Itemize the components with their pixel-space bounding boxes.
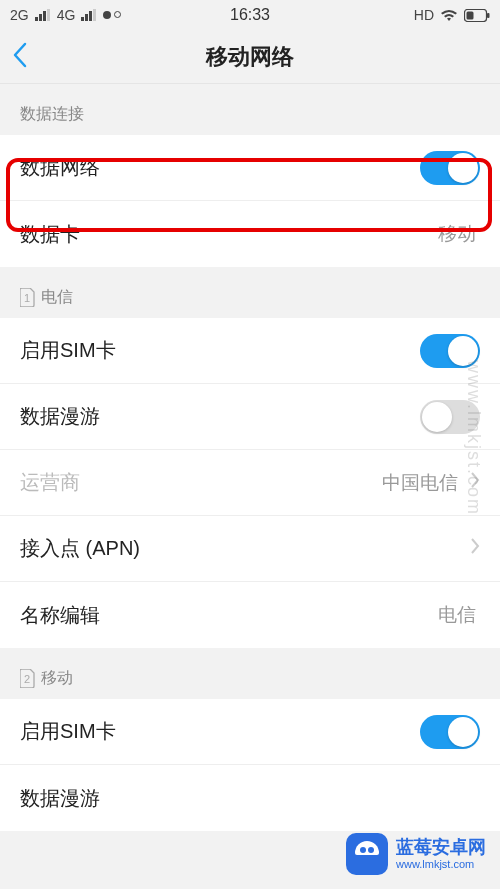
nav-header: 移动网络 bbox=[0, 30, 500, 84]
row-label: 数据卡 bbox=[20, 221, 438, 248]
row-label: 数据网络 bbox=[20, 154, 420, 181]
row-data-network[interactable]: 数据网络 bbox=[0, 135, 500, 201]
svg-rect-3 bbox=[47, 9, 50, 21]
svg-rect-1 bbox=[39, 14, 42, 21]
section-header-data-connection: 数据连接 bbox=[0, 84, 500, 135]
row-value: 电信 bbox=[438, 602, 476, 628]
sim-card-icon: 2 bbox=[20, 669, 35, 688]
row-enable-sim-2[interactable]: 启用SIM卡 bbox=[0, 699, 500, 765]
row-label: 数据漫游 bbox=[20, 785, 480, 812]
svg-text:2: 2 bbox=[24, 673, 30, 685]
row-label: 启用SIM卡 bbox=[20, 337, 420, 364]
signal-bars-icon bbox=[35, 9, 51, 21]
row-data-card[interactable]: 数据卡 移动 bbox=[0, 201, 500, 267]
toggle-enable-sim-1[interactable] bbox=[420, 334, 480, 368]
svg-rect-10 bbox=[467, 11, 474, 19]
row-label: 接入点 (APN) bbox=[20, 535, 462, 562]
row-carrier[interactable]: 运营商 中国电信 bbox=[0, 450, 500, 516]
toggle-data-roaming-1[interactable] bbox=[420, 400, 480, 434]
signal-bars-icon bbox=[81, 9, 97, 21]
section-header-mobile: 2 移动 bbox=[0, 648, 500, 699]
row-enable-sim-1[interactable]: 启用SIM卡 bbox=[0, 318, 500, 384]
status-right: HD bbox=[414, 7, 490, 23]
toggle-data-network[interactable] bbox=[420, 151, 480, 185]
chevron-right-icon bbox=[470, 537, 480, 560]
list-mobile: 启用SIM卡 数据漫游 bbox=[0, 699, 500, 831]
row-label: 数据漫游 bbox=[20, 403, 420, 430]
svg-rect-5 bbox=[85, 14, 88, 21]
svg-text:1: 1 bbox=[24, 292, 30, 304]
row-apn[interactable]: 接入点 (APN) bbox=[0, 516, 500, 582]
section-header-label: 移动 bbox=[41, 668, 73, 689]
list-data-connection: 数据网络 数据卡 移动 bbox=[0, 135, 500, 267]
hd-label: HD bbox=[414, 7, 434, 23]
back-button[interactable] bbox=[12, 42, 28, 72]
sim-card-icon: 1 bbox=[20, 288, 35, 307]
status-bar: 2G 4G 16:33 HD bbox=[0, 0, 500, 30]
section-header-telecom: 1 电信 bbox=[0, 267, 500, 318]
row-value: 中国电信 bbox=[382, 470, 458, 496]
row-name-edit[interactable]: 名称编辑 电信 bbox=[0, 582, 500, 648]
list-telecom: 启用SIM卡 数据漫游 运营商 中国电信 接入点 (APN) 名称编辑 电信 bbox=[0, 318, 500, 648]
row-label: 运营商 bbox=[20, 469, 382, 496]
section-header-label: 电信 bbox=[41, 287, 73, 308]
svg-rect-7 bbox=[93, 9, 96, 21]
wifi-icon bbox=[440, 9, 458, 22]
row-data-roaming-2[interactable]: 数据漫游 bbox=[0, 765, 500, 831]
chevron-left-icon bbox=[12, 42, 28, 68]
row-value: 移动 bbox=[438, 221, 476, 247]
network-4g-label: 4G bbox=[57, 7, 76, 23]
battery-icon bbox=[464, 9, 490, 22]
row-label: 名称编辑 bbox=[20, 602, 438, 629]
status-time: 16:33 bbox=[230, 6, 270, 24]
svg-rect-0 bbox=[35, 17, 38, 21]
toggle-enable-sim-2[interactable] bbox=[420, 715, 480, 749]
footer-url: www.lmkjst.com bbox=[396, 858, 486, 870]
svg-rect-2 bbox=[43, 11, 46, 21]
footer-logo: 蓝莓安卓网 www.lmkjst.com bbox=[346, 833, 486, 875]
svg-rect-9 bbox=[487, 13, 490, 18]
page-title: 移动网络 bbox=[206, 42, 294, 72]
chevron-right-icon bbox=[470, 471, 480, 494]
row-label: 启用SIM卡 bbox=[20, 718, 420, 745]
status-dots-icon bbox=[103, 11, 121, 19]
footer-brand-name: 蓝莓安卓网 bbox=[396, 838, 486, 858]
android-badge-icon bbox=[346, 833, 388, 875]
svg-rect-6 bbox=[89, 11, 92, 21]
network-2g-label: 2G bbox=[10, 7, 29, 23]
status-left: 2G 4G bbox=[10, 7, 121, 23]
svg-rect-4 bbox=[81, 17, 84, 21]
row-data-roaming-1[interactable]: 数据漫游 bbox=[0, 384, 500, 450]
